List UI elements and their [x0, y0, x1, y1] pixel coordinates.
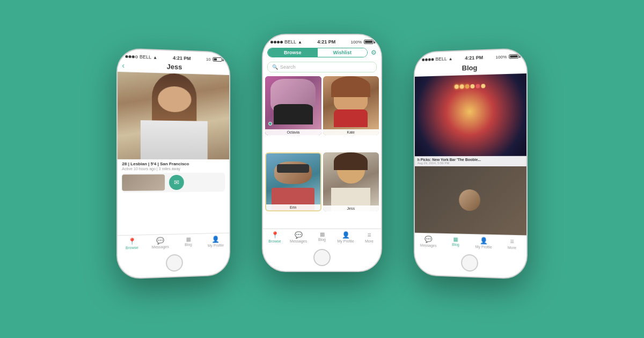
- center-phone-bottom: [263, 244, 381, 271]
- signal-icon: [270, 41, 283, 43]
- phone-left: BELL ▲ 4:21 PM 10 ‹ Jess: [118, 49, 229, 278]
- right-phone-bottom: [415, 248, 526, 278]
- phone-center: BELL ▲ 4:21 PM 100% Browse Wishlist: [263, 35, 381, 271]
- browse-icon: 📍: [271, 231, 279, 239]
- grid-item-erin[interactable]: Erin: [265, 152, 321, 211]
- search-icon: 🔍: [272, 64, 278, 70]
- messages-icon: 💬: [295, 231, 303, 239]
- blog-title: Blog: [462, 64, 478, 72]
- center-screen: Browse Wishlist ⚙ 🔍 Search: [263, 46, 381, 244]
- nav-blog-label: Blog: [318, 238, 326, 241]
- signal-icon: [125, 55, 137, 58]
- nav-profile-label: My Profile: [475, 245, 492, 249]
- nav-profile[interactable]: 👤 My Profile: [202, 236, 230, 248]
- grid-label-jess: Jess: [323, 205, 379, 211]
- profile-grid: Octavia Kate: [263, 75, 381, 229]
- profile-icon: 👤: [342, 231, 350, 239]
- more-icon: ≡: [367, 231, 371, 239]
- messages-icon: 💬: [425, 236, 432, 243]
- nav-blog[interactable]: ▦ Blog: [310, 231, 334, 243]
- more-icon: ≡: [510, 238, 514, 245]
- carrier-label: BELL: [140, 54, 151, 60]
- nav-messages-label: Messages: [420, 244, 437, 248]
- blog-icon: ▦: [186, 236, 191, 242]
- nav-blog[interactable]: ▦ Blog: [442, 236, 470, 248]
- center-phone-top: BELL ▲ 4:21 PM 100%: [263, 35, 381, 46]
- blog-icon: ▦: [320, 231, 325, 237]
- nav-browse[interactable]: 📍 Browse: [118, 237, 146, 250]
- nav-browse-label: Browse: [126, 246, 138, 250]
- message-preview: ✉: [122, 173, 225, 193]
- signal-icon: [422, 58, 434, 61]
- nav-profile-label: My Profile: [337, 239, 354, 243]
- profile-icon: 👤: [480, 237, 488, 244]
- nav-profile[interactable]: 👤 My Profile: [470, 237, 497, 249]
- battery-icon: [213, 57, 222, 62]
- carrier-label: BELL: [284, 39, 296, 45]
- filter-icon[interactable]: ⚙: [371, 49, 377, 56]
- profile-info: 28 | Lesbian | 5'4 | San Francisco Activ…: [118, 159, 229, 172]
- wifi-icon: ▲: [153, 55, 157, 60]
- nav-messages[interactable]: 💬 Messages: [287, 231, 310, 243]
- battery-icon: [364, 40, 374, 44]
- blog-post-image: h Picks: New York Bar 'The Boobie... Aug…: [415, 74, 526, 166]
- profile-details: 28 | Lesbian | 5'4 | San Francisco: [122, 161, 225, 166]
- nav-blog[interactable]: ▦ Blog: [174, 236, 202, 248]
- nav-more-label: More: [365, 239, 374, 243]
- phones-container: BELL ▲ 4:21 PM 10 ‹ Jess: [80, 19, 564, 319]
- phone-right: BELL ▲ 4:21 PM 100% Blog: [415, 49, 526, 278]
- home-button[interactable]: [166, 254, 183, 272]
- wifi-icon: ▲: [449, 56, 453, 61]
- center-header: Browse Wishlist ⚙: [263, 46, 381, 60]
- nav-blog-label: Blog: [185, 243, 192, 246]
- left-screen: ‹ Jess 28 | Lesbian | 5'4 | San Francisc…: [118, 60, 229, 251]
- tab-wishlist[interactable]: Wishlist: [318, 48, 368, 57]
- left-phone-bottom: [118, 248, 229, 278]
- message-button[interactable]: ✉: [169, 175, 184, 190]
- online-indicator: [268, 122, 272, 126]
- nav-more-label: More: [508, 246, 516, 250]
- nav-profile-label: My Profile: [208, 244, 224, 248]
- messages-icon: 💬: [156, 237, 164, 244]
- time-label: 4:21 PM: [173, 55, 191, 61]
- profile-name-title: Jess: [167, 63, 182, 71]
- right-screen: Blog h Picks: New York Bar 'Th: [415, 60, 526, 251]
- battery-percent: 100%: [495, 54, 507, 60]
- center-status-bar: BELL ▲ 4:21 PM 100%: [270, 38, 374, 46]
- nav-messages-label: Messages: [152, 245, 169, 249]
- nav-more[interactable]: ≡ More: [357, 231, 381, 243]
- grid-item-octavia[interactable]: Octavia: [265, 76, 321, 135]
- home-button[interactable]: [461, 254, 478, 272]
- nav-more[interactable]: ≡ More: [497, 237, 526, 250]
- browse-icon: 📍: [128, 238, 136, 246]
- nav-profile[interactable]: 👤 My Profile: [334, 231, 357, 243]
- grid-item-kate[interactable]: Kate: [323, 76, 379, 135]
- tab-browse[interactable]: Browse: [268, 48, 318, 57]
- profile-icon: 👤: [212, 236, 219, 243]
- search-bar[interactable]: 🔍 Search: [267, 62, 377, 72]
- home-button[interactable]: [313, 249, 331, 266]
- profile-active: Active 10 hours ago | 3 miles away: [122, 167, 225, 171]
- time-label: 4:21 PM: [465, 55, 483, 61]
- back-button[interactable]: ‹: [122, 61, 125, 69]
- blog-caption: h Picks: New York Bar 'The Boobie... Aug…: [415, 156, 526, 166]
- profile-photo: [118, 72, 229, 159]
- blog-icon: ▦: [453, 236, 458, 242]
- nav-messages[interactable]: 💬 Messages: [147, 237, 174, 249]
- center-nav: 📍 Browse 💬 Messages ▦ Blog 👤 My Profile …: [263, 229, 381, 244]
- carrier-label: BELL: [435, 56, 447, 62]
- nav-messages[interactable]: 💬 Messages: [415, 236, 442, 248]
- nav-blog-label: Blog: [452, 243, 459, 246]
- time-label: 4:21 PM: [317, 39, 335, 45]
- grid-label-octavia: Octavia: [265, 129, 321, 135]
- nav-messages-label: Messages: [290, 239, 307, 243]
- battery-icon: [509, 54, 518, 59]
- blog-author: [415, 166, 526, 236]
- tab-group: Browse Wishlist: [267, 48, 368, 57]
- battery-level: 10: [206, 57, 211, 62]
- search-placeholder: Search: [280, 64, 296, 70]
- nav-browse[interactable]: 📍 Browse: [263, 231, 287, 243]
- grid-label-kate: Kate: [323, 129, 379, 135]
- nav-browse-label: Browse: [268, 239, 281, 243]
- grid-item-jess[interactable]: Jess: [323, 152, 379, 211]
